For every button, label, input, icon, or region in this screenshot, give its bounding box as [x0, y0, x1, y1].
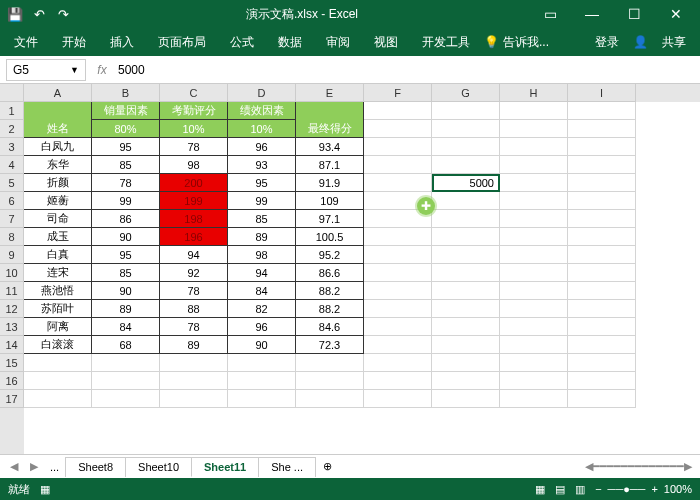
cell[interactable]: 196	[160, 228, 228, 246]
cell[interactable]	[500, 174, 568, 192]
col-header[interactable]: G	[432, 84, 500, 102]
tab-insert[interactable]: 插入	[100, 30, 144, 55]
cell[interactable]: 87.1	[296, 156, 364, 174]
cell[interactable]: 10%	[228, 120, 296, 138]
cell[interactable]: 88.2	[296, 282, 364, 300]
minimize-icon[interactable]: —	[572, 0, 612, 28]
cell[interactable]	[296, 390, 364, 408]
cell[interactable]: 白真	[24, 246, 92, 264]
row-header[interactable]: 14	[0, 336, 24, 354]
cell[interactable]: 89	[228, 228, 296, 246]
sheet-tab[interactable]: Sheet8	[65, 457, 126, 477]
cell[interactable]: 200	[160, 174, 228, 192]
cell[interactable]	[432, 228, 500, 246]
undo-icon[interactable]: ↶	[28, 3, 50, 25]
row-header[interactable]: 8	[0, 228, 24, 246]
cell[interactable]: 80%	[92, 120, 160, 138]
tab-home[interactable]: 开始	[52, 30, 96, 55]
cell[interactable]	[500, 336, 568, 354]
cell[interactable]	[432, 120, 500, 138]
cell[interactable]	[364, 372, 432, 390]
cell[interactable]	[432, 300, 500, 318]
cell[interactable]: 90	[92, 282, 160, 300]
cell[interactable]: 燕池悟	[24, 282, 92, 300]
row-header[interactable]: 1	[0, 102, 24, 120]
cell[interactable]	[432, 282, 500, 300]
tab-file[interactable]: 文件	[4, 30, 48, 55]
cell[interactable]: 销量因素	[92, 102, 160, 120]
signin-button[interactable]: 登录	[585, 30, 629, 55]
cell[interactable]	[364, 102, 432, 120]
cell[interactable]: 考勤评分	[160, 102, 228, 120]
cell[interactable]	[364, 156, 432, 174]
row-header[interactable]: 15	[0, 354, 24, 372]
cell[interactable]	[228, 372, 296, 390]
cell[interactable]: 86.6	[296, 264, 364, 282]
cell[interactable]	[568, 264, 636, 282]
cell[interactable]: 姓名	[24, 120, 92, 138]
save-icon[interactable]: 💾	[4, 3, 26, 25]
sheet-nav-next[interactable]: ▶	[24, 460, 44, 473]
cell[interactable]	[568, 210, 636, 228]
col-header[interactable]: H	[500, 84, 568, 102]
cell[interactable]	[160, 372, 228, 390]
cell[interactable]: 阿离	[24, 318, 92, 336]
cell[interactable]: 94	[160, 246, 228, 264]
view-break-icon[interactable]: ▥	[575, 483, 585, 496]
cell[interactable]	[500, 300, 568, 318]
cell[interactable]	[432, 102, 500, 120]
cell[interactable]	[568, 120, 636, 138]
cell[interactable]: 96	[228, 138, 296, 156]
cell[interactable]	[432, 156, 500, 174]
maximize-icon[interactable]: ☐	[614, 0, 654, 28]
row-header[interactable]: 6	[0, 192, 24, 210]
cell[interactable]: 白凤九	[24, 138, 92, 156]
cell[interactable]: 199	[160, 192, 228, 210]
view-layout-icon[interactable]: ▤	[555, 483, 565, 496]
cell[interactable]	[500, 390, 568, 408]
zoom-in-icon[interactable]: +	[651, 483, 657, 495]
sheet-tab[interactable]: Sheet10	[125, 457, 192, 477]
col-header[interactable]: F	[364, 84, 432, 102]
cell[interactable]: 99	[92, 192, 160, 210]
cell[interactable]	[364, 282, 432, 300]
cell[interactable]	[568, 138, 636, 156]
new-sheet-icon[interactable]: ⊕	[315, 460, 340, 473]
cell[interactable]	[500, 138, 568, 156]
col-header[interactable]: C	[160, 84, 228, 102]
close-icon[interactable]: ✕	[656, 0, 696, 28]
cell[interactable]: 100.5	[296, 228, 364, 246]
cell[interactable]	[432, 390, 500, 408]
row-header[interactable]: 2	[0, 120, 24, 138]
cell[interactable]	[228, 390, 296, 408]
cell[interactable]: 98	[160, 156, 228, 174]
tab-data[interactable]: 数据	[268, 30, 312, 55]
cell[interactable]: 78	[160, 318, 228, 336]
cell[interactable]: 99	[228, 192, 296, 210]
cell[interactable]: 95	[228, 174, 296, 192]
cell[interactable]: 白滚滚	[24, 336, 92, 354]
cell[interactable]: 5000	[432, 174, 500, 192]
formula-input[interactable]: 5000	[112, 61, 700, 79]
cell[interactable]	[432, 264, 500, 282]
zoom-level[interactable]: 100%	[664, 483, 692, 495]
cell[interactable]	[24, 390, 92, 408]
cell[interactable]	[500, 102, 568, 120]
cell[interactable]	[568, 228, 636, 246]
cell[interactable]: 92	[160, 264, 228, 282]
cell[interactable]	[500, 156, 568, 174]
cell[interactable]	[364, 138, 432, 156]
cell[interactable]	[24, 372, 92, 390]
cell[interactable]: 78	[160, 282, 228, 300]
cell[interactable]: 96	[228, 318, 296, 336]
zoom-out-icon[interactable]: −	[595, 483, 601, 495]
tell-me-input[interactable]: 告诉我...	[503, 34, 549, 51]
cell[interactable]: 72.3	[296, 336, 364, 354]
cell[interactable]: 82	[228, 300, 296, 318]
row-header[interactable]: 3	[0, 138, 24, 156]
cell[interactable]	[364, 336, 432, 354]
tab-formula[interactable]: 公式	[220, 30, 264, 55]
cell[interactable]	[568, 318, 636, 336]
cell[interactable]	[568, 372, 636, 390]
col-header[interactable]: I	[568, 84, 636, 102]
